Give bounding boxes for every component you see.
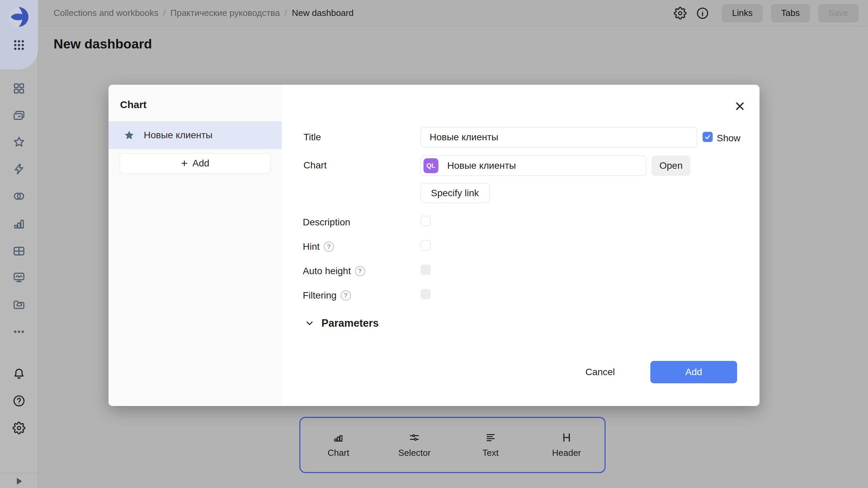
auto-height-label: Auto height ? bbox=[303, 266, 365, 277]
more-icon[interactable] bbox=[12, 325, 26, 339]
app-header: Collections and workbooks / Практические… bbox=[38, 0, 868, 26]
title-input[interactable] bbox=[420, 127, 697, 147]
add-chart-dialog: Chart Новые клиенты + Add ✕ Title Show C… bbox=[108, 85, 760, 406]
storage-icon[interactable] bbox=[12, 298, 26, 311]
toolbar-item-chart[interactable]: Chart bbox=[300, 418, 376, 472]
specify-link-button[interactable]: Specify link bbox=[420, 183, 490, 203]
save-button[interactable]: Save bbox=[818, 4, 859, 22]
sidebar-divider bbox=[0, 473, 38, 473]
help-icon[interactable] bbox=[12, 394, 26, 408]
chart-select[interactable]: QL Новые клиенты bbox=[420, 156, 646, 176]
breadcrumb: Collections and workbooks / Практические… bbox=[54, 0, 354, 26]
filtering-checkbox[interactable] bbox=[420, 289, 431, 299]
chart-icon bbox=[333, 432, 344, 444]
header-actions: Links Tabs Save bbox=[669, 0, 868, 26]
toolbar-item-selector[interactable]: Selector bbox=[376, 418, 452, 472]
add-button[interactable]: Add bbox=[650, 361, 737, 383]
filtering-label: Filtering ? bbox=[303, 290, 351, 301]
auto-height-help-icon[interactable]: ? bbox=[355, 266, 365, 276]
show-checkbox[interactable] bbox=[703, 132, 713, 142]
collections-icon[interactable] bbox=[12, 82, 26, 95]
close-icon[interactable]: ✕ bbox=[732, 98, 748, 115]
editor-icon[interactable] bbox=[12, 271, 26, 284]
parameters-label: Parameters bbox=[321, 317, 379, 329]
chart-label: Chart bbox=[303, 160, 327, 171]
breadcrumb-separator: / bbox=[163, 8, 165, 18]
datasets-icon[interactable] bbox=[12, 244, 26, 258]
breadcrumb-collections[interactable]: Collections and workbooks bbox=[54, 8, 158, 18]
description-checkbox[interactable] bbox=[420, 216, 431, 226]
open-button[interactable]: Open bbox=[652, 156, 690, 176]
toolbar-item-label: Chart bbox=[328, 448, 349, 458]
chart-select-value: Новые клиенты bbox=[447, 160, 516, 171]
auto-height-checkbox[interactable] bbox=[420, 265, 431, 275]
page-title: New dashboard bbox=[54, 37, 152, 52]
charts-icon[interactable] bbox=[12, 217, 26, 230]
hint-label: Hint ? bbox=[303, 241, 334, 252]
screen: Collections and workbooks / Практические… bbox=[0, 0, 868, 488]
toolbar-item-label: Selector bbox=[398, 448, 431, 458]
star-icon bbox=[123, 129, 135, 141]
add-chart-tab-button[interactable]: + Add bbox=[120, 153, 271, 174]
favorites-icon[interactable] bbox=[12, 135, 26, 149]
settings-icon[interactable] bbox=[12, 421, 26, 435]
title-label: Title bbox=[303, 132, 321, 143]
breadcrumb-separator: / bbox=[285, 8, 287, 18]
connections-icon[interactable] bbox=[12, 189, 26, 203]
selector-icon bbox=[409, 432, 420, 444]
expand-sidebar-icon[interactable] bbox=[12, 474, 26, 488]
show-label: Show bbox=[717, 133, 741, 144]
add-tab-label: Add bbox=[193, 158, 210, 169]
chevron-down-icon bbox=[304, 318, 315, 328]
datalens-logo[interactable] bbox=[8, 7, 29, 27]
dialog-left-panel: Chart Новые клиенты + Add bbox=[108, 85, 282, 406]
cancel-button[interactable]: Cancel bbox=[574, 361, 627, 383]
links-button[interactable]: Links bbox=[722, 4, 763, 22]
chart-item-label: Новые клиенты bbox=[144, 130, 213, 141]
parameters-section-toggle[interactable]: Parameters bbox=[304, 317, 379, 329]
hint-help-icon[interactable]: ? bbox=[324, 242, 334, 252]
gear-icon[interactable] bbox=[669, 4, 691, 22]
apps-grid-icon[interactable] bbox=[12, 38, 26, 52]
sidebar bbox=[0, 0, 38, 488]
quick-actions-icon[interactable] bbox=[12, 162, 26, 176]
ql-badge: QL bbox=[423, 158, 438, 173]
toolbar-item-label: Header bbox=[552, 448, 581, 458]
toolbar-item-text[interactable]: Text bbox=[453, 418, 529, 472]
tabs-button[interactable]: Tabs bbox=[771, 4, 810, 22]
description-label: Description bbox=[303, 217, 350, 228]
widget-toolbar: Chart Selector Text Header bbox=[299, 417, 606, 473]
hint-checkbox[interactable] bbox=[420, 240, 431, 250]
info-icon[interactable] bbox=[691, 4, 714, 22]
toolbar-item-header[interactable]: Header bbox=[529, 418, 605, 472]
text-icon bbox=[485, 432, 496, 444]
filtering-help-icon[interactable]: ? bbox=[341, 290, 351, 301]
header-icon bbox=[561, 432, 572, 444]
workbooks-icon[interactable] bbox=[12, 109, 26, 122]
chart-list-item-selected[interactable]: Новые клиенты bbox=[108, 121, 282, 149]
notifications-icon[interactable] bbox=[12, 367, 26, 381]
breadcrumb-current: New dashboard bbox=[292, 8, 354, 18]
toolbar-item-label: Text bbox=[482, 448, 499, 458]
dialog-title: Chart bbox=[120, 99, 146, 110]
breadcrumb-workbook[interactable]: Практические руководства bbox=[171, 8, 280, 18]
